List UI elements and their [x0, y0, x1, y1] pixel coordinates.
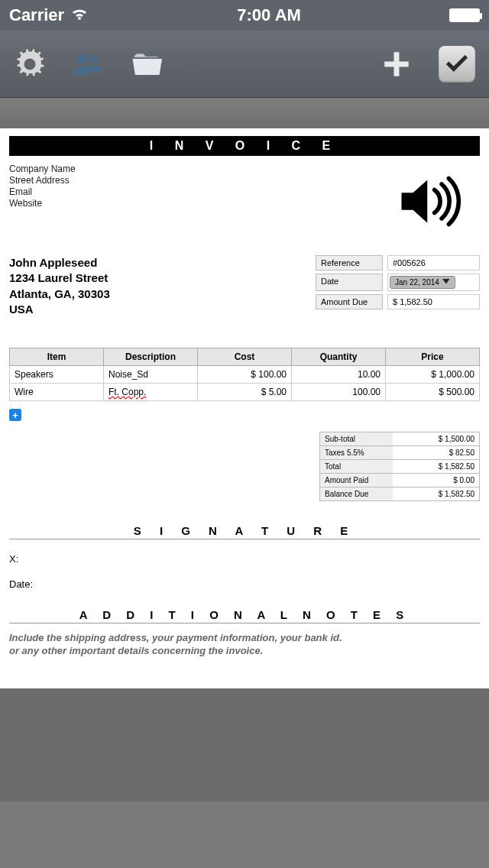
col-desc: Description — [104, 348, 198, 366]
customer-street: 1234 Laurel Street — [9, 270, 110, 286]
customer-name: John Appleseed — [9, 255, 110, 270]
cell-cost[interactable]: $ 5.00 — [198, 384, 292, 401]
taxes-label[interactable]: Taxes 5.5% — [320, 446, 393, 459]
col-price: Price — [386, 348, 480, 366]
cell-cost[interactable]: $ 100.00 — [198, 366, 292, 384]
bill-to[interactable]: John Appleseed 1234 Laurel Street Atlant… — [9, 255, 110, 317]
battery-icon — [449, 8, 480, 22]
reference-value[interactable]: #005626 — [387, 255, 480, 270]
carrier-label: Carrier — [9, 5, 64, 25]
signature-x[interactable]: X: — [9, 553, 480, 565]
done-button[interactable] — [439, 46, 475, 83]
add-line-button[interactable]: + — [9, 409, 21, 421]
total-value: $ 1,582.50 — [393, 460, 479, 473]
date-picker[interactable]: Jan 22, 2014 — [390, 276, 455, 289]
signature-date[interactable]: Date: — [9, 578, 480, 590]
table-header-row: Item Description Cost Quantity Price — [10, 348, 480, 366]
notes-line: Include the shipping address, your payme… — [9, 631, 480, 645]
line-items-table: Item Description Cost Quantity Price Spe… — [9, 348, 480, 401]
date-label: Date — [316, 274, 383, 291]
cell-qty[interactable]: 10.00 — [292, 366, 386, 384]
col-item: Item — [10, 348, 104, 366]
cell-desc[interactable]: Ft. Copp. — [104, 384, 198, 401]
signature-heading: S I G N A T U R E — [9, 524, 480, 539]
cell-price: $ 500.00 — [386, 384, 480, 401]
invoice-meta: Reference #005626 Date Jan 22, 2014 Amou… — [316, 255, 480, 317]
contacts-button[interactable] — [72, 48, 104, 80]
audio-button[interactable] — [396, 173, 465, 233]
settings-button[interactable] — [14, 48, 46, 80]
paid-label: Amount Paid — [320, 474, 393, 487]
amount-due-value: $ 1,582.50 — [387, 294, 480, 309]
divider-strip — [0, 98, 489, 128]
wifi-icon — [70, 5, 89, 25]
col-cost: Cost — [198, 348, 292, 366]
document-title: I N V O I C E — [9, 136, 480, 156]
notes-heading: A D D I T I O N A L N O T E S — [9, 608, 480, 623]
table-row[interactable]: Speakers Noise_Sd $ 100.00 10.00 $ 1,000… — [10, 366, 480, 384]
date-value: Jan 22, 2014 — [395, 278, 439, 287]
cell-desc[interactable]: Noise_Sd — [104, 366, 198, 384]
add-button[interactable] — [381, 48, 413, 80]
col-qty: Quantity — [292, 348, 386, 366]
invoice-document: I N V O I C E Company Name Street Addres… — [0, 128, 489, 688]
amount-due-label: Amount Due — [316, 294, 383, 309]
total-label: Total — [320, 460, 393, 473]
footer-area — [0, 688, 489, 802]
cell-qty[interactable]: 100.00 — [292, 384, 386, 401]
totals-block: Sub-total$ 1,500.00 Taxes 5.5%$ 82.50 To… — [319, 432, 480, 501]
customer-country: USA — [9, 302, 110, 317]
chevron-down-icon — [442, 279, 450, 287]
cell-item[interactable]: Speakers — [10, 366, 104, 384]
table-row[interactable]: Wire Ft. Copp. $ 5.00 100.00 $ 500.00 — [10, 384, 480, 401]
cell-item[interactable]: Wire — [10, 384, 104, 401]
toolbar — [0, 31, 489, 98]
subtotal-label: Sub-total — [320, 432, 393, 445]
subtotal-value: $ 1,500.00 — [393, 432, 479, 445]
balance-label: Balance Due — [320, 487, 393, 500]
reference-label: Reference — [316, 255, 383, 270]
cell-price: $ 1,000.00 — [386, 366, 480, 384]
clock: 7:00 AM — [237, 5, 301, 25]
status-bar: Carrier 7:00 AM — [0, 0, 489, 31]
balance-value: $ 1,582.50 — [393, 487, 479, 500]
folder-button[interactable] — [130, 48, 162, 80]
notes-body[interactable]: Include the shipping address, your payme… — [9, 631, 480, 658]
taxes-value: $ 82.50 — [393, 446, 479, 459]
customer-city: Atlanta, GA, 30303 — [9, 287, 110, 302]
paid-value[interactable]: $ 0.00 — [393, 474, 479, 487]
notes-line: or any other important details concernin… — [9, 644, 480, 658]
